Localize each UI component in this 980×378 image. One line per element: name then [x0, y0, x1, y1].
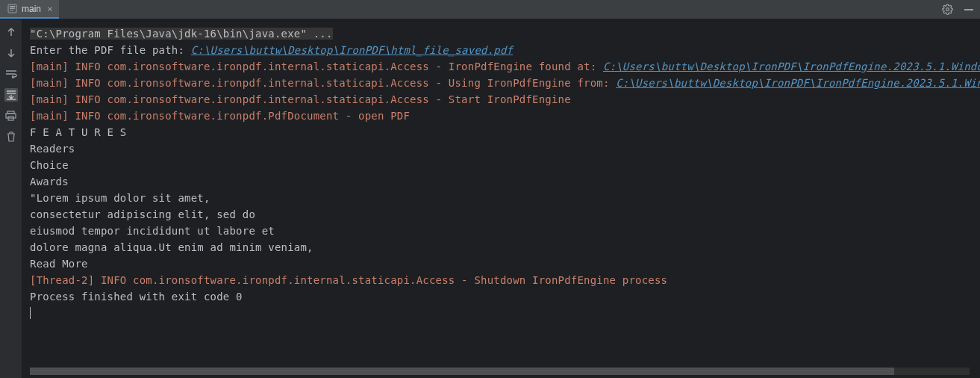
output-line: eiusmod tempor incididunt ut labore et — [30, 223, 980, 239]
svg-rect-7 — [6, 114, 16, 118]
titlebar-actions — [942, 4, 974, 15]
text-cursor — [30, 307, 31, 319]
run-tab-main[interactable]: main × — [0, 0, 59, 19]
soft-wrap-icon[interactable] — [4, 67, 18, 81]
output-line: Awards — [30, 173, 980, 190]
engine-path-link[interactable]: C:\Users\buttw\Desktop\IronPDF\IronPdfEn… — [603, 61, 980, 72]
engine-path-link[interactable]: C:\Users\buttw\Desktop\IronPDF\IronPdfEn… — [616, 77, 980, 89]
log-line: [Thread-2] INFO com.ironsoftware.ironpdf… — [30, 274, 667, 286]
scroll-to-end-icon[interactable] — [4, 88, 18, 102]
gear-icon[interactable] — [942, 4, 953, 15]
console-output[interactable]: "C:\Program Files\Java\jdk-16\bin\java.e… — [22, 19, 980, 378]
svg-rect-3 — [10, 10, 13, 10]
print-icon[interactable] — [4, 109, 18, 123]
input-prompt: Enter the PDF file path: — [30, 44, 191, 56]
svg-rect-1 — [10, 6, 15, 7]
output-line: F E A T U R E S — [30, 124, 980, 140]
minimize-icon[interactable] — [964, 4, 974, 15]
output-line: "Lorem ipsum dolor sit amet, — [30, 190, 980, 206]
log-line: [main] INFO com.ironsoftware.ironpdf.int… — [30, 61, 603, 72]
trash-icon[interactable] — [4, 130, 18, 143]
svg-point-4 — [946, 8, 949, 11]
log-line: [main] INFO com.ironsoftware.ironpdf.int… — [30, 77, 616, 89]
down-arrow-icon[interactable] — [4, 46, 18, 60]
java-command-line: "C:\Program Files\Java\jdk-16\bin\java.e… — [30, 28, 333, 40]
run-config-icon — [7, 4, 17, 13]
output-line: dolore magna aliqua.Ut enim ad minim ven… — [30, 239, 980, 255]
output-line: Readers — [30, 140, 980, 157]
log-line: [main] INFO com.ironsoftware.ironpdf.int… — [30, 93, 571, 105]
close-tab-icon[interactable]: × — [47, 4, 53, 13]
tab-label: main — [22, 4, 41, 14]
log-line: [main] INFO com.ironsoftware.ironpdf.Pdf… — [30, 110, 410, 122]
svg-rect-2 — [10, 8, 15, 9]
output-line: consectetur adipiscing elit, sed do — [30, 206, 980, 223]
svg-rect-5 — [964, 9, 973, 10]
main-area: "C:\Program Files\Java\jdk-16\bin\java.e… — [0, 19, 980, 378]
horizontal-scrollbar[interactable] — [30, 368, 970, 375]
pdf-file-path-link[interactable]: C:\Users\buttw\Desktop\IronPDF\html_file… — [191, 44, 513, 56]
output-line: Choice — [30, 157, 980, 173]
output-line: Read More — [30, 255, 980, 272]
console-gutter — [0, 19, 22, 378]
scrollbar-thumb[interactable] — [30, 368, 894, 375]
exit-line: Process finished with exit code 0 — [30, 288, 980, 305]
run-tool-titlebar: main × — [0, 0, 980, 19]
up-arrow-icon[interactable] — [4, 25, 18, 39]
